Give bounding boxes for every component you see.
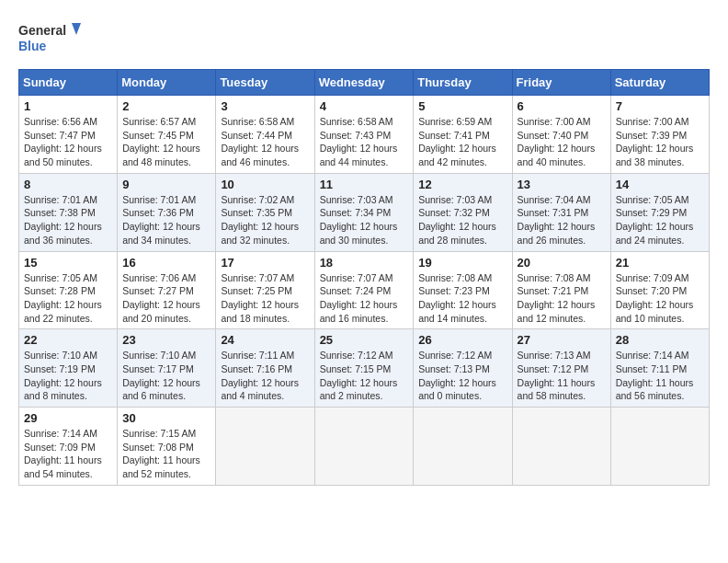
day-number: 6 <box>518 99 606 113</box>
day-number: 9 <box>122 178 210 191</box>
calendar-cell: 20 Sunrise: 7:08 AMSunset: 7:21 PMDaylig… <box>512 251 610 329</box>
column-header-thursday: Thursday <box>414 70 512 96</box>
day-number: 23 <box>122 333 210 347</box>
day-number: 1 <box>24 99 112 113</box>
column-header-saturday: Saturday <box>610 70 709 96</box>
calendar-row: 1 Sunrise: 6:56 AMSunset: 7:47 PMDayligh… <box>19 96 710 174</box>
logo-svg: General Blue <box>18 18 83 60</box>
day-number: 26 <box>418 333 506 347</box>
day-number: 15 <box>24 256 112 270</box>
calendar-cell: 24 Sunrise: 7:11 AMSunset: 7:16 PMDaylig… <box>216 329 314 408</box>
day-number: 21 <box>616 256 704 270</box>
day-info: Sunrise: 7:08 AMSunset: 7:21 PMDaylight:… <box>518 272 596 324</box>
calendar-cell: 14 Sunrise: 7:05 AMSunset: 7:29 PMDaylig… <box>610 173 709 251</box>
calendar-cell <box>216 408 314 486</box>
day-info: Sunrise: 7:09 AMSunset: 7:20 PMDaylight:… <box>616 272 694 324</box>
day-number: 2 <box>122 99 210 113</box>
column-header-tuesday: Tuesday <box>216 70 314 96</box>
day-number: 18 <box>320 256 409 270</box>
day-info: Sunrise: 7:07 AMSunset: 7:25 PMDaylight:… <box>221 272 299 324</box>
day-number: 19 <box>418 256 506 270</box>
day-number: 17 <box>221 256 309 270</box>
day-info: Sunrise: 6:57 AMSunset: 7:45 PMDaylight:… <box>122 116 200 167</box>
calendar-cell: 19 Sunrise: 7:08 AMSunset: 7:23 PMDaylig… <box>414 251 512 329</box>
day-info: Sunrise: 6:59 AMSunset: 7:41 PMDaylight:… <box>418 116 496 167</box>
day-number: 3 <box>221 99 309 113</box>
day-info: Sunrise: 7:15 AMSunset: 7:08 PMDaylight:… <box>122 428 200 479</box>
calendar-cell: 8 Sunrise: 7:01 AMSunset: 7:38 PMDayligh… <box>19 173 118 251</box>
day-number: 7 <box>616 99 704 113</box>
calendar-cell: 1 Sunrise: 6:56 AMSunset: 7:47 PMDayligh… <box>19 96 118 174</box>
logo: General Blue <box>18 18 83 60</box>
day-info: Sunrise: 7:08 AMSunset: 7:23 PMDaylight:… <box>418 272 496 324</box>
day-number: 4 <box>320 99 409 113</box>
day-number: 8 <box>24 178 112 191</box>
day-number: 27 <box>518 333 606 347</box>
calendar-cell <box>512 408 610 486</box>
day-info: Sunrise: 7:14 AMSunset: 7:11 PMDaylight:… <box>616 350 694 401</box>
page-header: General Blue <box>18 18 710 60</box>
calendar-cell: 18 Sunrise: 7:07 AMSunset: 7:24 PMDaylig… <box>314 251 414 329</box>
day-number: 16 <box>122 256 210 270</box>
calendar-cell: 2 Sunrise: 6:57 AMSunset: 7:45 PMDayligh… <box>118 96 216 174</box>
calendar-cell: 27 Sunrise: 7:13 AMSunset: 7:12 PMDaylig… <box>512 329 610 408</box>
day-info: Sunrise: 7:12 AMSunset: 7:15 PMDaylight:… <box>320 350 398 401</box>
day-info: Sunrise: 7:05 AMSunset: 7:29 PMDaylight:… <box>616 194 694 246</box>
day-info: Sunrise: 7:07 AMSunset: 7:24 PMDaylight:… <box>320 272 398 324</box>
svg-text:General: General <box>18 23 66 38</box>
calendar-row: 15 Sunrise: 7:05 AMSunset: 7:28 PMDaylig… <box>19 251 710 329</box>
calendar-cell: 23 Sunrise: 7:10 AMSunset: 7:17 PMDaylig… <box>118 329 216 408</box>
calendar-cell: 6 Sunrise: 7:00 AMSunset: 7:40 PMDayligh… <box>512 96 610 174</box>
day-number: 20 <box>518 256 606 270</box>
calendar-cell: 10 Sunrise: 7:02 AMSunset: 7:35 PMDaylig… <box>216 173 314 251</box>
column-header-sunday: Sunday <box>19 70 118 96</box>
calendar-cell: 16 Sunrise: 7:06 AMSunset: 7:27 PMDaylig… <box>118 251 216 329</box>
calendar-cell <box>314 408 414 486</box>
calendar-row: 22 Sunrise: 7:10 AMSunset: 7:19 PMDaylig… <box>19 329 710 408</box>
day-number: 11 <box>320 178 409 191</box>
header-row: SundayMondayTuesdayWednesdayThursdayFrid… <box>19 70 710 96</box>
day-number: 13 <box>518 178 606 191</box>
calendar-cell: 9 Sunrise: 7:01 AMSunset: 7:36 PMDayligh… <box>118 173 216 251</box>
day-info: Sunrise: 7:02 AMSunset: 7:35 PMDaylight:… <box>221 194 299 246</box>
calendar-cell: 25 Sunrise: 7:12 AMSunset: 7:15 PMDaylig… <box>314 329 414 408</box>
day-number: 22 <box>24 333 112 347</box>
day-info: Sunrise: 7:00 AMSunset: 7:39 PMDaylight:… <box>616 116 694 167</box>
calendar-cell: 12 Sunrise: 7:03 AMSunset: 7:32 PMDaylig… <box>414 173 512 251</box>
calendar-cell: 13 Sunrise: 7:04 AMSunset: 7:31 PMDaylig… <box>512 173 610 251</box>
calendar-row: 29 Sunrise: 7:14 AMSunset: 7:09 PMDaylig… <box>19 408 710 486</box>
calendar-row: 8 Sunrise: 7:01 AMSunset: 7:38 PMDayligh… <box>19 173 710 251</box>
calendar-cell: 15 Sunrise: 7:05 AMSunset: 7:28 PMDaylig… <box>19 251 118 329</box>
day-number: 24 <box>221 333 309 347</box>
day-info: Sunrise: 7:04 AMSunset: 7:31 PMDaylight:… <box>518 194 596 246</box>
column-header-wednesday: Wednesday <box>314 70 414 96</box>
column-header-friday: Friday <box>512 70 610 96</box>
day-number: 28 <box>616 333 704 347</box>
calendar-table: SundayMondayTuesdayWednesdayThursdayFrid… <box>18 69 710 486</box>
day-info: Sunrise: 7:03 AMSunset: 7:34 PMDaylight:… <box>320 194 398 246</box>
day-number: 10 <box>221 178 309 191</box>
svg-text:Blue: Blue <box>18 39 47 53</box>
calendar-cell: 29 Sunrise: 7:14 AMSunset: 7:09 PMDaylig… <box>19 408 118 486</box>
calendar-cell: 5 Sunrise: 6:59 AMSunset: 7:41 PMDayligh… <box>414 96 512 174</box>
day-info: Sunrise: 7:13 AMSunset: 7:12 PMDaylight:… <box>518 350 596 401</box>
day-info: Sunrise: 6:56 AMSunset: 7:47 PMDaylight:… <box>24 116 102 167</box>
calendar-cell: 11 Sunrise: 7:03 AMSunset: 7:34 PMDaylig… <box>314 173 414 251</box>
day-info: Sunrise: 7:05 AMSunset: 7:28 PMDaylight:… <box>24 272 102 324</box>
day-info: Sunrise: 7:14 AMSunset: 7:09 PMDaylight:… <box>24 428 102 479</box>
day-number: 29 <box>24 411 112 425</box>
calendar-cell: 17 Sunrise: 7:07 AMSunset: 7:25 PMDaylig… <box>216 251 314 329</box>
day-info: Sunrise: 7:00 AMSunset: 7:40 PMDaylight:… <box>518 116 596 167</box>
day-info: Sunrise: 6:58 AMSunset: 7:43 PMDaylight:… <box>320 116 398 167</box>
calendar-cell: 3 Sunrise: 6:58 AMSunset: 7:44 PMDayligh… <box>216 96 314 174</box>
day-number: 14 <box>616 178 704 191</box>
calendar-cell <box>414 408 512 486</box>
svg-marker-2 <box>72 23 81 35</box>
calendar-cell: 21 Sunrise: 7:09 AMSunset: 7:20 PMDaylig… <box>610 251 709 329</box>
day-info: Sunrise: 7:12 AMSunset: 7:13 PMDaylight:… <box>418 350 496 401</box>
day-number: 30 <box>122 411 210 425</box>
day-info: Sunrise: 7:01 AMSunset: 7:38 PMDaylight:… <box>24 194 102 246</box>
day-info: Sunrise: 7:11 AMSunset: 7:16 PMDaylight:… <box>221 350 299 401</box>
day-number: 12 <box>418 178 506 191</box>
column-header-monday: Monday <box>118 70 216 96</box>
